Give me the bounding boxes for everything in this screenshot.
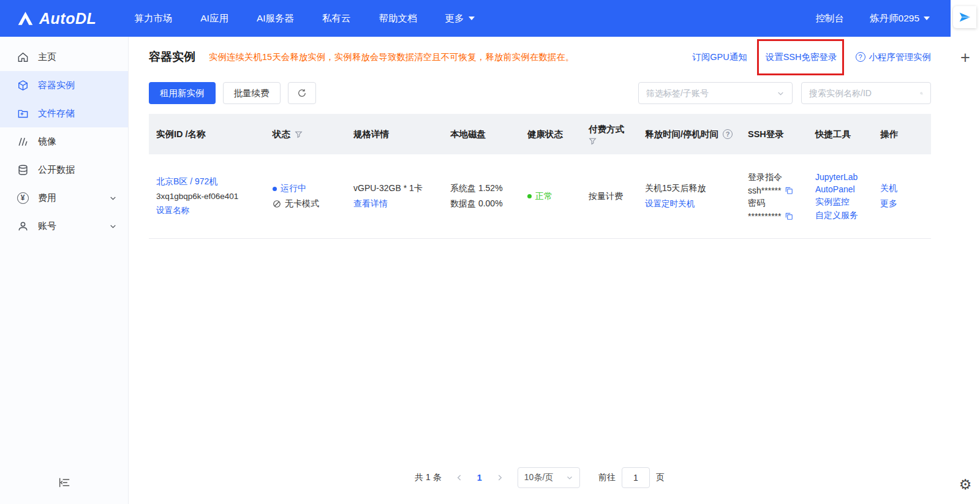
home-icon [17, 51, 29, 63]
filter-funnel-icon[interactable] [589, 137, 597, 145]
col-header-billing: 付费方式 [581, 124, 638, 145]
copy-icon[interactable] [785, 212, 793, 220]
nav-item-ai-apps[interactable]: AI应用 [200, 12, 228, 25]
instance-id-text: 3xq1gbqp6k-ef06e401 [156, 192, 259, 201]
sidebar-item-billing[interactable]: ¥ 费用 [0, 184, 128, 212]
app-root: AutoDL 算力市场 AI应用 AI服务器 私有云 帮助文档 更多 控制台 炼… [0, 0, 980, 504]
more-actions-link[interactable]: 更多 [880, 198, 925, 209]
main-nav: 算力市场 AI应用 AI服务器 私有云 帮助文档 更多 [134, 12, 474, 25]
instance-monitor-link[interactable]: 实例监控 [815, 197, 867, 208]
user-menu[interactable]: 炼丹师0295 [870, 12, 930, 25]
shutdown-link[interactable]: 关机 [880, 183, 925, 194]
page-size-value: 10条/页 [524, 472, 553, 483]
tag-filter-select[interactable] [638, 82, 793, 104]
search-icon [920, 89, 923, 98]
next-page-button[interactable] [492, 470, 508, 486]
pagination: 共 1 条 1 10条/页 前往 页 [129, 467, 951, 488]
ssh-free-login-link[interactable]: 设置SSH免密登录 [766, 51, 837, 63]
sys-disk-text: 系统盘 1.52% [450, 183, 514, 194]
timed-shutdown-link[interactable]: 设置定时关机 [645, 198, 734, 209]
goto-page-input[interactable] [622, 467, 650, 488]
sidebar-item-instances[interactable]: 容器实例 [0, 71, 128, 99]
sidebar-item-images[interactable]: 镜像 [0, 127, 128, 156]
chat-widget-button[interactable] [953, 6, 976, 28]
sidebar-collapse-button[interactable] [58, 477, 70, 491]
page-header: 容器实例 实例连续关机15天会释放实例，实例释放会导致数据清空且不可恢复，释放前… [129, 37, 951, 77]
sidebar-item-label: 费用 [38, 192, 56, 204]
sidebar-item-public-data[interactable]: 公开数据 [0, 156, 128, 184]
nav-item-more[interactable]: 更多 [445, 12, 475, 25]
sidebar-item-account[interactable]: 账号 [0, 212, 128, 240]
yen-circle-icon: ¥ [17, 192, 29, 204]
main-content: 容器实例 实例连续关机15天会释放实例，实例释放会导致数据清空且不可恢复，释放前… [129, 37, 951, 504]
password-value: ********** [748, 211, 781, 221]
folder-icon [17, 107, 29, 119]
password-label: 密码 [748, 198, 802, 209]
mini-program-link[interactable]: ? 小程序管理实例 [856, 51, 932, 63]
cell-tools: JupyterLab AutoPanel 实例监控 自定义服务 [808, 154, 873, 238]
sidebar-item-file-storage[interactable]: 文件存储 [0, 99, 128, 127]
chevron-down-icon [566, 474, 573, 481]
cell-disk: 系统盘 1.52% 数据盘 0.00% [443, 154, 520, 238]
status-dot [273, 187, 277, 191]
release-warning-text: 实例连续关机15天会释放实例，实例释放会导致数据清空且不可恢复，释放前实例在数据… [209, 51, 574, 63]
instance-search-input[interactable] [809, 88, 920, 98]
instance-search[interactable] [801, 82, 931, 104]
username: 炼丹师0295 [870, 12, 919, 25]
col-header-spec: 规格详情 [346, 129, 443, 140]
cell-status: 运行中 无卡模式 [265, 154, 346, 238]
right-rail: + ⚙ [951, 0, 980, 504]
status-text: 运行中 [281, 183, 306, 194]
question-circle-icon[interactable]: ? [723, 129, 733, 139]
prev-page-button[interactable] [451, 470, 467, 486]
refresh-icon [297, 88, 307, 98]
nav-item-market[interactable]: 算力市场 [134, 12, 172, 25]
nav-item-private-cloud[interactable]: 私有云 [322, 12, 351, 25]
goto-page: 前往 页 [598, 467, 665, 488]
cell-ssh: 登录指令 ssh****** 密码 ********** [741, 154, 808, 238]
login-cmd-label: 登录指令 [748, 172, 802, 183]
tag-filter-input[interactable] [646, 88, 777, 98]
no-gpu-mode-icon [273, 200, 281, 208]
jupyterlab-link[interactable]: JupyterLab [815, 172, 867, 182]
col-header-ssh: SSH登录 [741, 129, 808, 140]
chevron-down-icon [109, 194, 117, 202]
plus-button[interactable]: + [951, 49, 980, 66]
no-gpu-mode-text: 无卡模式 [285, 198, 319, 209]
sidebar: 主页 容器实例 文件存储 镜像 公开数据 ¥ [0, 37, 129, 504]
set-name-link[interactable]: 设置名称 [156, 205, 259, 216]
custom-service-link[interactable]: 自定义服务 [815, 210, 867, 221]
subscribe-gpu-link[interactable]: 订阅GPU通知 [692, 51, 747, 63]
data-disk-text: 数据盘 0.00% [450, 198, 514, 209]
col-header-tools: 快捷工具 [808, 129, 873, 140]
page-title: 容器实例 [149, 49, 195, 65]
user-icon [17, 220, 29, 232]
autodl-brand[interactable]: AutoDL [17, 10, 96, 28]
chevron-left-icon [455, 473, 464, 482]
copy-icon[interactable] [785, 186, 793, 195]
refresh-button[interactable] [288, 82, 316, 104]
page-size-select[interactable]: 10条/页 [518, 467, 580, 488]
table-row: 北京B区 / 972机 3xq1gbqp6k-ef06e401 设置名称 运行中… [149, 154, 931, 239]
current-page-button[interactable]: 1 [477, 473, 482, 483]
view-details-link[interactable]: 查看详情 [353, 198, 437, 209]
settings-gear-button[interactable]: ⚙ [951, 476, 980, 493]
cell-instance-id: 北京B区 / 972机 3xq1gbqp6k-ef06e401 设置名称 [149, 154, 265, 238]
console-link[interactable]: 控制台 [816, 12, 845, 25]
batch-renew-button[interactable]: 批量续费 [223, 82, 281, 104]
autopanel-link[interactable]: AutoPanel [815, 184, 867, 194]
region-link[interactable]: 北京B区 / 972机 [156, 176, 259, 187]
navbar-right: 控制台 炼丹师0295 [816, 12, 930, 25]
cell-health: 正常 [520, 154, 581, 238]
instance-table: 实例ID /名称 状态 规格详情 本地磁盘 健康状态 付费方式 释放时间/停机时… [149, 114, 931, 239]
nav-item-ai-server[interactable]: AI服务器 [257, 12, 294, 25]
nav-item-help-docs[interactable]: 帮助文档 [379, 12, 417, 25]
nav-more-label: 更多 [445, 12, 464, 25]
filter-funnel-icon[interactable] [295, 130, 303, 138]
sidebar-item-home[interactable]: 主页 [0, 43, 128, 71]
health-dot [527, 194, 532, 198]
mini-program-label: 小程序管理实例 [869, 51, 932, 63]
toolbar: 租用新实例 批量续费 [129, 77, 951, 114]
rent-new-instance-button[interactable]: 租用新实例 [149, 82, 216, 104]
col-header-disk: 本地磁盘 [443, 129, 520, 140]
